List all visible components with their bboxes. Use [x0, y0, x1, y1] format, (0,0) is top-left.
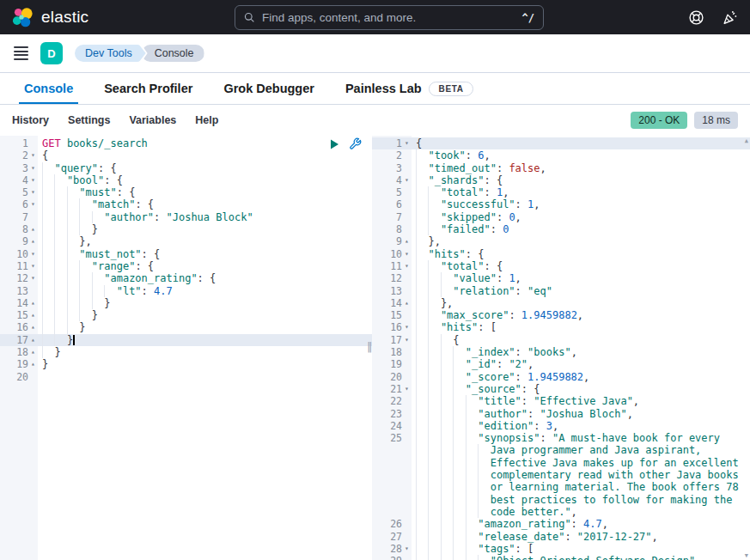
fold-toggle-icon[interactable]: ▾: [402, 174, 412, 186]
code-line[interactable]: 19"_id": "2",: [372, 358, 750, 370]
breadcrumb-console[interactable]: Console: [142, 45, 204, 63]
settings-menu[interactable]: Settings: [68, 114, 110, 126]
code-line[interactable]: 8▴}: [0, 223, 372, 235]
fold-toggle-icon[interactable]: ▴: [28, 235, 38, 247]
code-line[interactable]: 22"title": "Effective Java",: [372, 395, 750, 407]
code-line[interactable]: code better.",: [372, 506, 750, 518]
elastic-logo[interactable]: elastic: [12, 7, 88, 28]
code-line[interactable]: 12▾"amazon_rating": {: [0, 272, 372, 284]
code-line[interactable]: 9▴},: [372, 235, 750, 247]
code-line[interactable]: 11▾"range": {: [0, 260, 372, 272]
whats-new-icon[interactable]: [722, 9, 738, 26]
fold-toggle-icon[interactable]: ▴: [28, 334, 38, 346]
code-line[interactable]: 14▴}: [0, 297, 372, 309]
history-menu[interactable]: History: [12, 114, 49, 126]
send-request-button[interactable]: [328, 138, 340, 150]
code-line[interactable]: 16▴}: [0, 321, 372, 333]
code-line[interactable]: 1▾{: [372, 137, 750, 149]
fold-toggle-icon[interactable]: ▾: [402, 321, 412, 333]
code-line[interactable]: 13"lt": 4.7: [0, 285, 372, 297]
global-search[interactable]: ^/: [235, 5, 544, 30]
scroll-up-icon[interactable]: ▲: [745, 137, 748, 144]
fold-toggle-icon[interactable]: ▾: [28, 248, 38, 260]
fold-toggle-icon[interactable]: ▴: [28, 358, 38, 370]
tab-grok-debugger[interactable]: Grok Debugger: [218, 73, 320, 104]
fold-toggle-icon[interactable]: ▾: [28, 149, 38, 161]
code-line[interactable]: Effective Java makes up for an excellent: [372, 457, 750, 469]
fold-toggle-icon[interactable]: ▾: [28, 198, 38, 210]
help-icon[interactable]: [688, 9, 704, 26]
fold-toggle-icon[interactable]: ▴: [402, 235, 412, 247]
fold-toggle-icon[interactable]: ▴: [28, 223, 38, 235]
fold-toggle-icon[interactable]: ▾: [402, 543, 412, 555]
code-line[interactable]: 10▾"must_not": {: [0, 248, 372, 260]
code-line[interactable]: 28▾"tags": [: [372, 543, 750, 555]
code-line[interactable]: 5▾"must": {: [0, 186, 372, 198]
code-line[interactable]: 15"max_score": 1.9459882,: [372, 309, 750, 321]
code-line[interactable]: complementary read with other Java books: [372, 469, 750, 481]
code-line[interactable]: 8"failed": 0: [372, 223, 750, 235]
fold-toggle-icon[interactable]: ▾: [28, 162, 38, 174]
code-line[interactable]: 23"author": "Joshua Bloch",: [372, 408, 750, 420]
variables-menu[interactable]: Variables: [129, 114, 176, 126]
fold-toggle-icon[interactable]: ▴: [402, 297, 412, 309]
fold-toggle-icon[interactable]: ▾: [402, 334, 412, 346]
code-line[interactable]: 12"value": 1,: [372, 272, 750, 284]
scroll-down-icon[interactable]: ▼: [745, 552, 748, 559]
code-line[interactable]: 18▴}: [0, 346, 372, 358]
tab-painless-lab[interactable]: Painless Lab BETA: [340, 73, 479, 104]
request-editor[interactable]: 1GET books/_search2▾{3▾"query": {4▾"bool…: [0, 136, 372, 560]
code-line[interactable]: 14▴},: [372, 297, 750, 309]
menu-icon[interactable]: [14, 46, 28, 60]
code-line[interactable]: 15▴}: [0, 309, 372, 321]
code-line[interactable]: 13"relation": "eq": [372, 285, 750, 297]
breadcrumb-dev-tools[interactable]: Dev Tools: [75, 45, 146, 63]
code-line[interactable]: 18"_index": "books",: [372, 346, 750, 358]
fold-toggle-icon[interactable]: ▾: [28, 186, 38, 198]
fold-toggle-icon[interactable]: ▾: [402, 248, 412, 260]
code-line[interactable]: 3"timed_out": false,: [372, 162, 750, 174]
fold-toggle-icon[interactable]: ▴: [28, 321, 38, 333]
code-line[interactable]: Java programmer and Java aspirant,: [372, 444, 750, 456]
code-line[interactable]: 29"Object Oriented Software Design",: [372, 555, 750, 560]
tab-console[interactable]: Console: [19, 73, 78, 104]
code-line[interactable]: 21▾"_source": {: [372, 383, 750, 395]
search-input[interactable]: [262, 11, 515, 24]
code-line[interactable]: 20"_score": 1.9459882,: [372, 371, 750, 383]
help-menu[interactable]: Help: [195, 114, 218, 126]
code-line[interactable]: 24"edition": 3,: [372, 420, 750, 432]
response-viewer[interactable]: ▲ ▼ 1▾{2"took": 6,3"timed_out": false,4▾…: [372, 136, 750, 560]
fold-toggle-icon[interactable]: ▾: [28, 260, 38, 272]
code-line[interactable]: 27"release_date": "2017-12-27",: [372, 531, 750, 543]
code-line[interactable]: 17▾{: [372, 334, 750, 346]
code-line[interactable]: 7"author": "Joshua Block": [0, 211, 372, 223]
code-line[interactable]: 16▾"hits": [: [372, 321, 750, 333]
code-line[interactable]: 3▾"query": {: [0, 162, 372, 174]
wrench-icon[interactable]: [349, 137, 362, 150]
code-line[interactable]: 11▾"total": {: [372, 260, 750, 272]
code-line[interactable]: 6"successful": 1,: [372, 198, 750, 210]
pane-resize-handle[interactable]: ‖: [367, 340, 373, 353]
code-line[interactable]: 10▾"hits": {: [372, 248, 750, 260]
fold-toggle-icon[interactable]: ▾: [28, 174, 38, 186]
code-line[interactable]: 4▾"bool": {: [0, 174, 372, 186]
code-line[interactable]: 9▴},: [0, 235, 372, 247]
code-line[interactable]: 7"skipped": 0,: [372, 211, 750, 223]
space-avatar[interactable]: D: [40, 42, 63, 64]
code-line[interactable]: 5"total": 1,: [372, 186, 750, 198]
tab-search-profiler[interactable]: Search Profiler: [99, 73, 198, 104]
code-line[interactable]: 26"amazon_rating": 4.7,: [372, 518, 750, 530]
code-line[interactable]: 1GET books/_search: [0, 137, 372, 149]
code-line[interactable]: 20: [0, 371, 372, 383]
code-line[interactable]: best practices to follow for making the: [372, 494, 750, 506]
code-line[interactable]: 2▾{: [0, 149, 372, 161]
fold-toggle-icon[interactable]: ▾: [402, 260, 412, 272]
code-line[interactable]: 25"synopsis": "A must-have book for ever…: [372, 432, 750, 444]
code-line[interactable]: 19▴}: [0, 358, 372, 370]
fold-toggle-icon[interactable]: ▾: [402, 137, 412, 149]
code-line[interactable]: 4▾"_shards": {: [372, 174, 750, 186]
fold-toggle-icon[interactable]: ▴: [28, 309, 38, 321]
code-line[interactable]: 17▴}: [0, 334, 372, 346]
code-line[interactable]: 2"took": 6,: [372, 149, 750, 161]
fold-toggle-icon[interactable]: ▴: [28, 346, 38, 358]
